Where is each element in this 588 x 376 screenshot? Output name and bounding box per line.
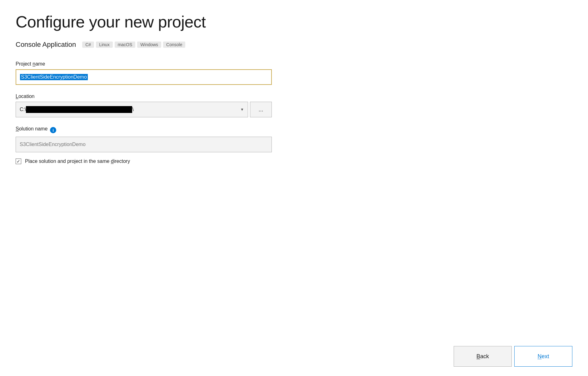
- location-redacted: [26, 106, 132, 113]
- back-button[interactable]: Back: [454, 346, 512, 367]
- tag-csharp: C#: [82, 42, 94, 48]
- tag-macos: macOS: [115, 42, 136, 48]
- tag-console: Console: [163, 42, 185, 48]
- tag-linux: Linux: [96, 42, 112, 48]
- solution-name-label: Solution name: [16, 126, 47, 132]
- page-title: Configure your new project: [16, 12, 572, 31]
- project-type-row: Console Application C# Linux macOS Windo…: [16, 41, 572, 49]
- project-name-selected-text: S3ClientSideEncryptionDemo: [20, 74, 88, 80]
- same-directory-checkbox[interactable]: [16, 159, 21, 164]
- location-prefix: C:\: [20, 107, 26, 112]
- solution-name-label-row: Solution name i: [16, 126, 272, 134]
- same-directory-row: Place solution and project in the same d…: [16, 159, 272, 164]
- form-section: Project name S3ClientSideEncryptionDemo …: [16, 61, 272, 164]
- location-suffix: \: [132, 107, 133, 112]
- next-button[interactable]: Next: [514, 346, 572, 367]
- same-directory-label: Place solution and project in the same d…: [25, 159, 130, 164]
- back-button-label: Back: [476, 353, 489, 360]
- solution-name-input[interactable]: [16, 137, 272, 152]
- location-row: C:\ \ ▼ ...: [16, 102, 272, 117]
- browse-button[interactable]: ...: [250, 102, 272, 117]
- location-label: Location: [16, 94, 272, 99]
- project-name-label: Project name: [16, 61, 272, 67]
- footer: Back Next: [0, 340, 588, 376]
- location-select[interactable]: C:\ \ ▼: [16, 102, 248, 117]
- next-button-label: Next: [537, 353, 549, 360]
- solution-name-info-icon: i: [50, 127, 56, 133]
- project-type-name: Console Application: [16, 41, 76, 49]
- tag-windows: Windows: [137, 42, 161, 48]
- location-chevron-icon: ▼: [240, 107, 244, 112]
- project-name-input[interactable]: S3ClientSideEncryptionDemo: [16, 69, 272, 85]
